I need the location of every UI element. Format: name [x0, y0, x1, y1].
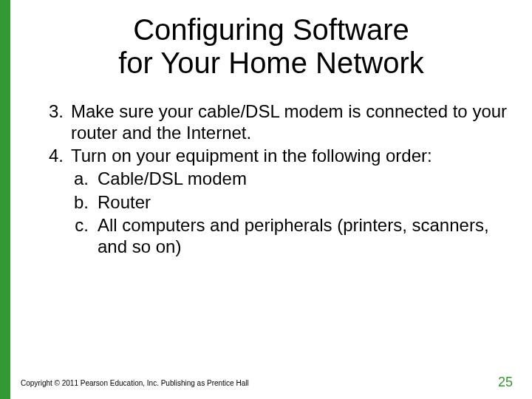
list-marker: 4.: [46, 145, 71, 166]
list-text: Make sure your cable/DSL modem is connec…: [71, 100, 510, 144]
sub-list: a. Cable/DSL modem b. Router c. All comp…: [46, 168, 510, 257]
content-area: 3. Make sure your cable/DSL modem is con…: [33, 100, 510, 258]
accent-bar: [0, 0, 10, 399]
slide-body: Configuring Software for Your Home Netwo…: [10, 0, 532, 399]
copyright-footer: Copyright © 2011 Pearson Education, Inc.…: [21, 379, 249, 387]
page-number: 25: [498, 375, 513, 390]
sub-list-text: All computers and peripherals (printers,…: [98, 214, 510, 258]
sub-list-item: c. All computers and peripherals (printe…: [71, 214, 510, 258]
list-item: 4. Turn on your equipment in the followi…: [46, 145, 510, 166]
sub-list-text: Router: [98, 191, 510, 213]
title-line-1: Configuring Software: [133, 13, 409, 46]
sub-list-item: a. Cable/DSL modem: [71, 168, 510, 189]
sub-list-marker: c.: [71, 214, 98, 258]
sub-list-item: b. Router: [71, 191, 510, 213]
sub-list-text: Cable/DSL modem: [98, 168, 510, 189]
list-item: 3. Make sure your cable/DSL modem is con…: [46, 100, 510, 144]
list-text: Turn on your equipment in the following …: [71, 145, 510, 166]
title-line-2: for Your Home Network: [118, 47, 424, 79]
slide-title: Configuring Software for Your Home Netwo…: [33, 13, 510, 80]
sub-list-marker: a.: [71, 168, 98, 189]
sub-list-marker: b.: [71, 191, 98, 213]
list-marker: 3.: [46, 100, 71, 144]
